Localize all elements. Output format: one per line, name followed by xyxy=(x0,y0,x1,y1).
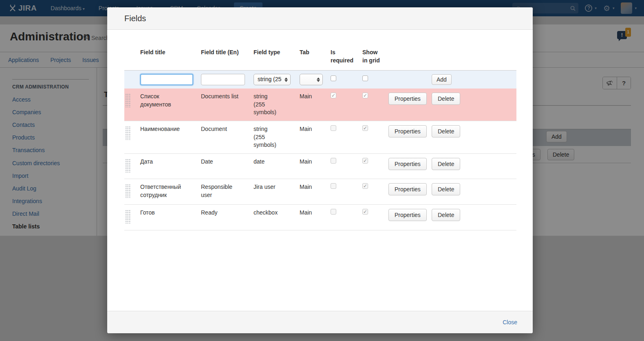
field-tab-cell: Main xyxy=(299,153,330,179)
tab-select[interactable] xyxy=(300,74,323,85)
field-tab-cell: Main xyxy=(299,204,330,230)
drag-handle-icon[interactable] xyxy=(125,93,130,107)
col-header-field-title-en: Field title (En) xyxy=(200,44,253,71)
field-title-en-cell: Documents list xyxy=(201,93,238,101)
col-header-tab: Tab xyxy=(299,44,330,71)
field-row-responsible-user: Ответственный сотрудник Responsible user… xyxy=(124,179,516,205)
properties-button[interactable]: Properties xyxy=(388,209,427,221)
field-title-en-cell: Date xyxy=(201,158,238,166)
is-required-checkbox xyxy=(331,158,336,164)
close-dialog-link[interactable]: Close xyxy=(503,319,517,326)
new-field-row: string (255 Add xyxy=(124,71,516,89)
show-in-grid-checkbox xyxy=(362,125,368,131)
field-title-en-cell: Document xyxy=(201,125,238,133)
field-type-cell: string (255 symbols) xyxy=(254,125,280,149)
is-required-checkbox xyxy=(331,93,336,98)
delete-button[interactable]: Delete xyxy=(432,183,460,195)
col-header-field-title: Field title xyxy=(139,44,200,71)
field-title-cell: Готов xyxy=(139,204,200,230)
field-type-cell: string (255 symbols) xyxy=(254,93,280,117)
drag-handle-icon[interactable] xyxy=(125,184,130,198)
fields-dialog: Fields Field title Field title (En) Fiel… xyxy=(107,7,533,333)
col-header-show-in-grid: Show in grid xyxy=(362,44,388,71)
new-field-title-en-input[interactable] xyxy=(201,74,245,85)
is-required-checkbox xyxy=(331,125,336,131)
fields-dialog-body: Field title Field title (En) Field type … xyxy=(107,30,533,311)
jira-admin-page: JIRA Dashboards▾ Projects▾ Issues▾ CRM C… xyxy=(0,0,644,341)
field-row-documents-list: Список документов Documents list string … xyxy=(124,89,516,121)
select-stepper-icon xyxy=(285,78,288,82)
field-row-document: Наименование Document string (255 symbol… xyxy=(124,121,516,153)
field-tab-cell: Main xyxy=(299,121,330,153)
col-header-is-required: Is required xyxy=(330,44,362,71)
field-row-date: Дата Date date Main Properties Delete xyxy=(124,153,516,179)
dialog-title: Fields xyxy=(124,14,146,23)
new-is-required-checkbox[interactable] xyxy=(331,75,336,81)
is-required-checkbox xyxy=(331,209,336,215)
new-show-in-grid-checkbox[interactable] xyxy=(362,75,368,81)
fields-dialog-footer: Close xyxy=(107,311,533,333)
col-header-field-type: Field type xyxy=(253,44,299,71)
show-in-grid-checkbox xyxy=(362,209,368,215)
field-tab-cell: Main xyxy=(299,89,330,121)
add-field-button[interactable]: Add xyxy=(432,74,452,85)
show-in-grid-checkbox xyxy=(362,183,368,189)
field-title-cell: Ответственный сотрудник xyxy=(139,179,200,205)
is-required-checkbox xyxy=(331,183,336,189)
field-type-cell: date xyxy=(254,158,280,166)
field-row-ready: Готов Ready checkbox Main Properties Del… xyxy=(124,204,516,230)
field-title-cell: Наименование xyxy=(139,121,200,153)
delete-button[interactable]: Delete xyxy=(432,209,460,221)
fields-dialog-header: Fields xyxy=(107,7,533,30)
fields-table: Field title Field title (En) Field type … xyxy=(124,44,516,230)
drag-handle-icon[interactable] xyxy=(125,126,130,140)
field-title-cell: Дата xyxy=(139,153,200,179)
fields-table-header-row: Field title Field title (En) Field type … xyxy=(124,44,516,71)
properties-button[interactable]: Properties xyxy=(388,125,427,137)
drag-handle-icon[interactable] xyxy=(125,210,130,224)
field-title-cell: Список документов xyxy=(139,89,200,121)
field-title-en-cell: Ready xyxy=(201,209,238,217)
show-in-grid-checkbox xyxy=(362,93,368,98)
properties-button[interactable]: Properties xyxy=(388,158,427,170)
field-title-en-cell: Responsible user xyxy=(201,183,238,199)
field-type-cell: Jira user xyxy=(254,183,280,191)
drag-handle-icon[interactable] xyxy=(125,159,130,173)
delete-button[interactable]: Delete xyxy=(432,125,460,137)
field-type-select[interactable]: string (255 xyxy=(254,74,291,85)
properties-button[interactable]: Properties xyxy=(388,93,427,105)
field-tab-cell: Main xyxy=(299,179,330,205)
show-in-grid-checkbox xyxy=(362,158,368,164)
delete-button[interactable]: Delete xyxy=(432,158,460,170)
properties-button[interactable]: Properties xyxy=(388,183,427,195)
field-type-cell: checkbox xyxy=(254,209,280,217)
new-field-title-input[interactable] xyxy=(140,74,193,85)
delete-button[interactable]: Delete xyxy=(432,93,460,105)
select-stepper-icon xyxy=(317,78,320,82)
